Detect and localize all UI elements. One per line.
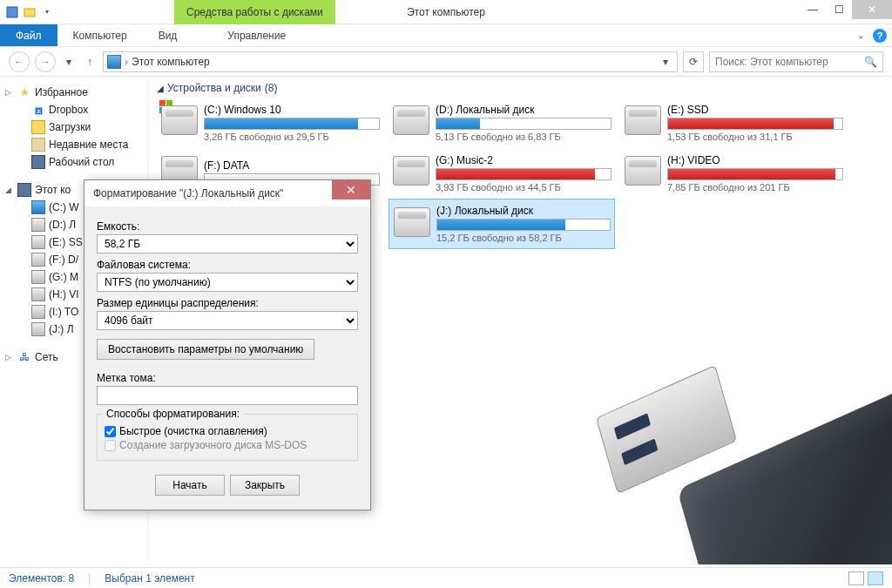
drive-free-text: 3,93 ГБ свободно из 44,5 ГБ [436, 182, 612, 193]
capacity-bar [436, 219, 611, 231]
minimize-button[interactable]: — [800, 0, 826, 19]
ribbon-collapse-icon[interactable]: ⌄ [857, 30, 864, 40]
select-allocation-unit[interactable]: 4096 байт [97, 311, 358, 330]
status-bar: Элементов: 8 | Выбран 1 элемент [0, 567, 892, 588]
drive-name: (G:) Music-2 [436, 154, 612, 166]
drive-tile[interactable]: (H:) VIDEO7,85 ГБ свободно из 201 ГБ [620, 148, 847, 199]
address-text: Этот компьютер [132, 56, 654, 68]
computer-icon [107, 55, 121, 69]
network-icon: 🖧 [17, 350, 31, 364]
qat-dropdown-icon[interactable]: ▾ [40, 5, 54, 19]
disk-icon [31, 200, 45, 214]
search-box[interactable]: 🔍 [709, 51, 883, 72]
select-capacity[interactable]: 58,2 ГБ [97, 234, 358, 253]
qat-icon-properties[interactable] [5, 5, 19, 19]
label-capacity: Емкость: [97, 220, 358, 233]
hdd-icon [160, 101, 199, 139]
capacity-bar [667, 118, 843, 130]
tab-file[interactable]: Файл [0, 24, 57, 46]
hdd-icon [392, 152, 430, 190]
qat-icon-new-folder[interactable] [23, 5, 37, 19]
label-filesystem: Файловая система: [97, 259, 358, 271]
view-tiles-button[interactable] [868, 571, 883, 585]
address-bar-row: ← → ▾ ↑ › Этот компьютер ▾ ⟳ 🔍 [0, 47, 892, 77]
msdos-boot-checkbox: Создание загрузочного диска MS-DOS [105, 439, 350, 451]
window-title: Этот компьютер [407, 6, 485, 18]
star-icon: ★ [17, 85, 31, 99]
hdd-icon [624, 152, 662, 190]
tree-label: Избранное [35, 86, 88, 98]
close-button[interactable]: ✕ [852, 0, 892, 19]
drive-name: (J:) Локальный диск [436, 205, 611, 217]
restore-defaults-button[interactable]: Восстановить параметры по умолчанию [97, 339, 314, 360]
tree-item-downloads[interactable]: Загрузки [3, 118, 144, 136]
drive-tile[interactable]: (E:) SSD1,53 ГБ свободно из 31,1 ГБ [620, 98, 847, 148]
checkbox-label: Быстрое (очистка оглавления) [119, 425, 267, 437]
disk-icon [31, 218, 45, 232]
tab-manage[interactable]: Управление [212, 24, 301, 46]
tree-favorites[interactable]: ▷★Избранное [3, 84, 144, 101]
tree-label: (C:) W [49, 201, 79, 213]
drive-free-text: 5,13 ГБ свободно из 6,83 ГБ [436, 132, 612, 142]
format-dialog: Форматирование "(J:) Локальный диск" ✕ Е… [84, 179, 371, 510]
group-legend: Способы форматирования: [103, 408, 243, 420]
tree-label: (J:) Л [49, 323, 74, 335]
nav-forward-button[interactable]: → [35, 51, 56, 72]
search-input[interactable] [715, 56, 864, 68]
start-button[interactable]: Начать [155, 475, 225, 496]
address-dropdown-icon[interactable]: ▾ [658, 56, 673, 68]
nav-history-dropdown[interactable]: ▾ [61, 56, 77, 68]
drive-free-text: 1,53 ГБ свободно из 31,1 ГБ [667, 132, 843, 142]
quick-format-checkbox[interactable]: Быстрое (очистка оглавления) [105, 425, 350, 437]
view-details-button[interactable] [848, 571, 864, 585]
ribbon-tabs: Файл Компьютер Вид Управление ⌄ ? [0, 24, 892, 47]
contextual-tab-header: Средства работы с дисками [174, 0, 335, 24]
section-title: Устройства и диски [167, 82, 261, 94]
drive-tile[interactable]: (J:) Локальный диск15,2 ГБ свободно из 5… [389, 199, 615, 249]
tree-label: Рабочий стол [49, 156, 114, 168]
tab-view[interactable]: Вид [143, 24, 193, 46]
dialog-titlebar[interactable]: Форматирование "(J:) Локальный диск" ✕ [84, 180, 370, 206]
volume-label-input[interactable] [97, 386, 358, 405]
tab-computer[interactable]: Компьютер [57, 24, 143, 46]
drive-name: (D:) Локальный диск [436, 104, 612, 116]
dialog-close-button[interactable]: ✕ [332, 180, 370, 199]
usb-drive-graphic: USB Universal Serial Bus [531, 355, 892, 564]
quick-format-input[interactable] [105, 426, 116, 437]
maximize-button[interactable]: ☐ [826, 0, 852, 19]
close-dialog-button[interactable]: Закрыть [230, 475, 300, 496]
disk-icon [31, 305, 45, 319]
hdd-icon [393, 203, 431, 241]
drive-name: (C:) Windows 10 [204, 104, 380, 116]
disk-icon [31, 287, 45, 301]
computer-icon [17, 183, 31, 197]
tree-label: Сеть [35, 351, 58, 363]
hdd-icon [392, 101, 430, 139]
disk-icon [31, 235, 45, 249]
address-bar[interactable]: › Этот компьютер ▾ [103, 51, 678, 72]
drive-tile[interactable]: (G:) Music-23,93 ГБ свободно из 44,5 ГБ [389, 148, 615, 199]
drive-name: (H:) VIDEO [667, 154, 843, 166]
drive-name: (F:) DATA [204, 159, 380, 172]
drive-tile[interactable]: (D:) Локальный диск5,13 ГБ свободно из 6… [389, 98, 615, 148]
collapse-icon: ◢ [157, 84, 164, 93]
capacity-bar [436, 168, 612, 180]
tree-label: Dropbox [49, 104, 88, 116]
disk-icon [31, 270, 45, 284]
folder-icon [31, 120, 45, 134]
tree-label: (H:) VI [49, 288, 79, 301]
refresh-button[interactable]: ⟳ [683, 51, 704, 72]
status-elements-count: Элементов: 8 [9, 572, 74, 585]
tree-item-dropbox[interactable]: ⧈Dropbox [3, 101, 144, 118]
select-filesystem[interactable]: NTFS (по умолчанию) [97, 273, 358, 292]
drive-tile[interactable]: (C:) Windows 103,26 ГБ свободно из 29,5 … [157, 98, 383, 148]
section-header[interactable]: ◢ Устройства и диски (8) [157, 82, 883, 94]
tree-item-recent[interactable]: Недавние места [3, 136, 144, 153]
dropbox-icon: ⧈ [31, 103, 45, 117]
nav-up-button[interactable]: ↑ [82, 56, 98, 68]
tree-item-desktop[interactable]: Рабочий стол [3, 153, 144, 171]
tree-label: (I:) TO [49, 306, 78, 318]
nav-back-button[interactable]: ← [9, 51, 30, 72]
help-icon[interactable]: ? [873, 29, 887, 43]
label-allocation-unit: Размер единицы распределения: [97, 297, 358, 309]
